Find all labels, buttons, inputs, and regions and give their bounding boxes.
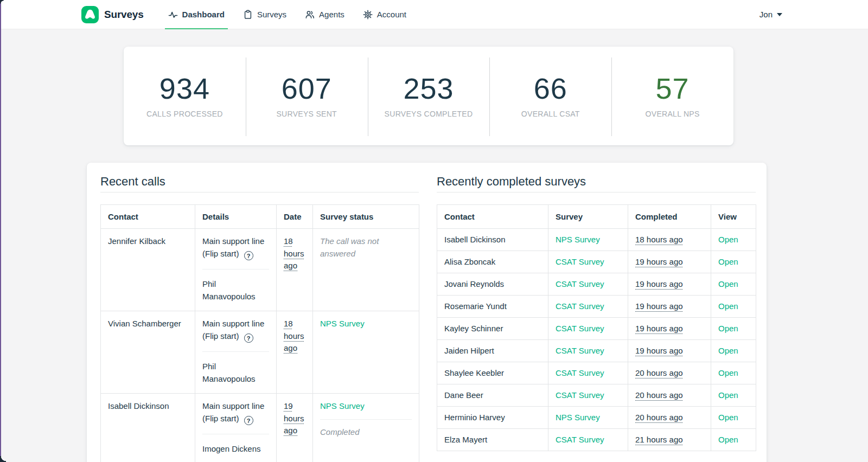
- relative-date[interactable]: 19 hours ago: [635, 257, 683, 266]
- survey-link[interactable]: CSAT Survey: [556, 346, 604, 355]
- survey-cell: CSAT Survey: [548, 429, 628, 451]
- open-link[interactable]: Open: [718, 413, 738, 422]
- survey-link[interactable]: CSAT Survey: [556, 257, 604, 266]
- stat-surveys-sent: 607 SURVEYS SENT: [246, 47, 368, 145]
- open-link[interactable]: Open: [718, 324, 738, 333]
- column-header-contact: Contact: [437, 205, 548, 229]
- open-link[interactable]: Open: [718, 235, 738, 244]
- recent-calls-table: Contact Details Date Survey status Jenni…: [100, 204, 419, 462]
- relative-date[interactable]: 19 hours ago: [284, 401, 304, 435]
- open-link[interactable]: Open: [718, 368, 738, 377]
- relative-date[interactable]: 19 hours ago: [635, 346, 683, 355]
- relative-date[interactable]: 18 hours ago: [284, 236, 304, 270]
- help-icon[interactable]: ?: [244, 251, 253, 260]
- open-link[interactable]: Open: [718, 279, 738, 288]
- column-header-completed: Completed: [628, 205, 711, 229]
- dashboard-page: Surveys Dashboard Surveys: [0, 0, 868, 462]
- details-cell: Main support line (Flip start) ? Phil Ma…: [195, 229, 277, 311]
- contact-cell: Isabell Dickinson: [101, 394, 195, 462]
- view-cell: Open: [711, 384, 756, 407]
- nav-label: Surveys: [257, 10, 286, 19]
- recent-calls-body: Jennifer Kilback Main support line (Flip…: [101, 229, 419, 462]
- phone-line-label: Main support line (Flip start): [202, 236, 264, 258]
- survey-link[interactable]: CSAT Survey: [556, 435, 604, 444]
- view-cell: Open: [711, 362, 756, 384]
- help-icon[interactable]: ?: [244, 416, 253, 425]
- open-link[interactable]: Open: [718, 257, 738, 266]
- completed-cell: 21 hours ago: [628, 429, 711, 451]
- nav-item-agents[interactable]: Agents: [302, 0, 348, 29]
- completed-survey-row: Isabell Dickinson NPS Survey 18 hours ag…: [437, 229, 756, 251]
- completed-cell: 20 hours ago: [628, 362, 711, 384]
- stat-label: OVERALL NPS: [646, 110, 700, 118]
- survey-link[interactable]: CSAT Survey: [556, 279, 604, 288]
- brand-home-link[interactable]: Surveys: [81, 6, 144, 23]
- relative-date[interactable]: 20 hours ago: [635, 390, 683, 400]
- contact-cell: Rosemarie Yundt: [437, 296, 548, 318]
- window-edge-artifact: [0, 0, 1, 462]
- column-header-details: Details: [195, 205, 277, 229]
- phone-line-label: Main support line (Flip start): [202, 319, 264, 341]
- column-header-survey-status: Survey status: [313, 205, 419, 229]
- contact-cell: Elza Mayert: [437, 429, 548, 451]
- survey-link[interactable]: CSAT Survey: [556, 390, 604, 400]
- survey-link[interactable]: CSAT Survey: [556, 301, 604, 311]
- top-nav-bar: Surveys Dashboard Surveys: [0, 0, 868, 29]
- relative-date[interactable]: 18 hours ago: [635, 235, 683, 244]
- recent-calls-section: Recent calls Contact Details Date Survey…: [100, 175, 419, 462]
- open-link[interactable]: Open: [718, 390, 738, 400]
- gear-icon: [363, 10, 373, 20]
- relative-date[interactable]: 19 hours ago: [635, 301, 683, 311]
- recent-call-row: Jennifer Kilback Main support line (Flip…: [101, 229, 419, 311]
- open-link[interactable]: Open: [718, 301, 738, 311]
- completed-cell: 20 hours ago: [628, 384, 711, 407]
- recent-call-row: Isabell Dickinson Main support line (Fli…: [101, 394, 419, 462]
- contact-cell: Herminio Harvey: [437, 407, 548, 429]
- view-cell: Open: [711, 429, 756, 451]
- survey-link[interactable]: NPS Survey: [556, 235, 600, 244]
- completed-survey-row: Herminio Harvey NPS Survey 20 hours ago …: [437, 407, 756, 429]
- nav-item-surveys[interactable]: Surveys: [240, 0, 290, 29]
- main-content-card: Recent calls Contact Details Date Survey…: [87, 163, 767, 462]
- completed-survey-row: Elza Mayert CSAT Survey 21 hours ago Ope…: [437, 429, 756, 451]
- survey-status-cell: The call was not answered: [313, 229, 419, 311]
- survey-cell: CSAT Survey: [548, 273, 628, 296]
- survey-cell: CSAT Survey: [548, 251, 628, 273]
- help-icon[interactable]: ?: [244, 333, 253, 343]
- nav-item-account[interactable]: Account: [360, 0, 410, 29]
- agents-icon: [305, 10, 315, 20]
- completed-survey-row: Kayley Schinner CSAT Survey 19 hours ago…: [437, 318, 756, 340]
- column-header-view: View: [711, 205, 756, 229]
- user-menu[interactable]: Jon: [760, 10, 782, 19]
- survey-cell: CSAT Survey: [548, 362, 628, 384]
- activity-icon: [168, 10, 178, 20]
- completed-cell: 19 hours ago: [628, 318, 711, 340]
- view-cell: Open: [711, 296, 756, 318]
- relative-date[interactable]: 20 hours ago: [635, 368, 683, 377]
- cell-divider: [202, 434, 269, 434]
- survey-link[interactable]: NPS Survey: [320, 319, 365, 328]
- relative-date[interactable]: 19 hours ago: [635, 279, 683, 288]
- contact-cell: Vivian Schamberger: [101, 311, 195, 394]
- survey-link[interactable]: CSAT Survey: [556, 324, 604, 333]
- nav-item-dashboard[interactable]: Dashboard: [165, 0, 228, 29]
- main-nav: Dashboard Surveys: [159, 0, 416, 29]
- survey-link[interactable]: NPS Survey: [556, 413, 600, 422]
- relative-date[interactable]: 21 hours ago: [635, 435, 683, 444]
- relative-date[interactable]: 19 hours ago: [635, 324, 683, 333]
- survey-link[interactable]: CSAT Survey: [556, 368, 604, 377]
- recent-calls-title: Recent calls: [100, 175, 419, 189]
- open-link[interactable]: Open: [718, 346, 738, 355]
- relative-date[interactable]: 18 hours ago: [284, 319, 304, 352]
- completed-survey-row: Jovani Reynolds CSAT Survey 19 hours ago…: [437, 273, 756, 296]
- open-link[interactable]: Open: [718, 435, 738, 444]
- details-cell: Main support line (Flip start) ? Imogen …: [195, 394, 277, 462]
- stat-overall-csat: 66 OVERALL CSAT: [489, 47, 611, 145]
- column-header-contact: Contact: [101, 205, 195, 229]
- stat-label: OVERALL CSAT: [521, 110, 580, 118]
- stat-label: SURVEYS SENT: [276, 110, 337, 118]
- completed-cell: 19 hours ago: [628, 251, 711, 273]
- survey-link[interactable]: NPS Survey: [320, 401, 365, 410]
- user-name: Jon: [760, 10, 773, 19]
- relative-date[interactable]: 20 hours ago: [635, 413, 683, 422]
